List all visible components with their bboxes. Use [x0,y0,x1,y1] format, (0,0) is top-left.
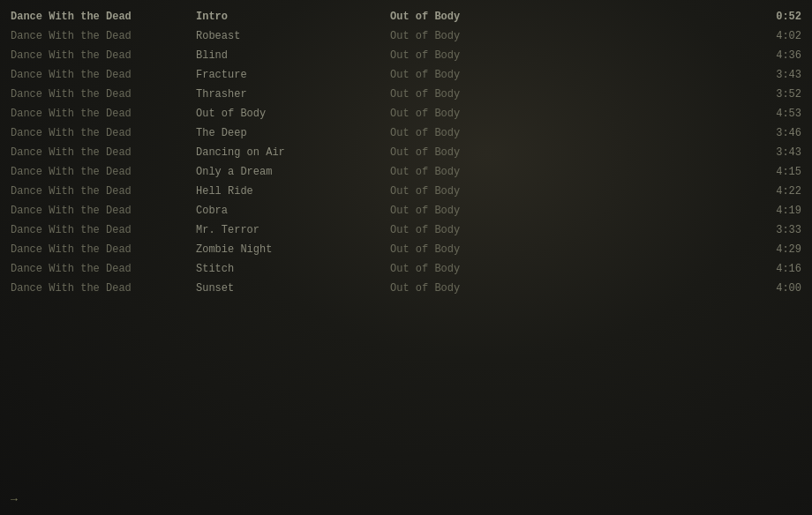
track-duration: 4:15 [748,166,801,178]
track-row[interactable]: Dance With the DeadThe DeepOut of Body3:… [0,123,812,143]
track-artist: Dance With the Dead [11,49,196,62]
track-album: Out of Body [390,205,748,217]
track-duration: 3:33 [748,224,801,236]
track-artist: Dance With the Dead [11,88,196,101]
track-artist: Dance With the Dead [11,263,196,275]
track-row[interactable]: Dance With the DeadThrasherOut of Body3:… [0,85,812,104]
track-artist: Dance With the Dead [11,282,196,295]
track-title: Dancing on Air [196,146,390,159]
track-row[interactable]: Dance With the DeadStitchOut of Body4:16 [0,259,812,279]
track-duration: 4:16 [748,263,801,275]
track-duration: 4:29 [748,243,801,256]
track-row[interactable]: Dance With the DeadMr. TerrorOut of Body… [0,220,812,240]
track-artist: Dance With the Dead [11,243,196,256]
track-row[interactable]: Dance With the DeadCobraOut of Body4:19 [0,201,812,220]
track-row[interactable]: Dance With the DeadFractureOut of Body3:… [0,65,812,85]
track-duration: 4:02 [748,30,801,42]
track-title: Mr. Terror [196,224,390,236]
header-duration: 0:52 [748,11,801,23]
track-artist: Dance With the Dead [11,108,196,120]
header-artist: Dance With the Dead [11,11,196,23]
track-album: Out of Body [390,49,748,62]
track-title: Out of Body [196,108,390,120]
track-artist: Dance With the Dead [11,146,196,159]
track-album: Out of Body [390,282,748,295]
track-row[interactable]: Dance With the DeadOnly a DreamOut of Bo… [0,162,812,182]
header-title: Intro [196,11,390,23]
track-duration: 4:19 [748,205,801,217]
track-duration: 3:43 [748,69,801,81]
track-artist: Dance With the Dead [11,127,196,139]
track-title: Zombie Night [196,243,390,256]
track-duration: 4:22 [748,185,801,198]
track-title: Blind [196,49,390,62]
track-album: Out of Body [390,146,748,159]
track-title: Sunset [196,282,390,295]
track-album: Out of Body [390,69,748,81]
track-row[interactable]: Dance With the DeadBlindOut of Body4:36 [0,46,812,65]
track-title: Fracture [196,69,390,81]
track-artist: Dance With the Dead [11,185,196,198]
track-title: Cobra [196,205,390,217]
track-row[interactable]: Dance With the DeadHell RideOut of Body4… [0,182,812,201]
track-row[interactable]: Dance With the DeadRobeastOut of Body4:0… [0,26,812,46]
track-row[interactable]: Dance With the DeadSunsetOut of Body4:00 [0,279,812,298]
track-list: Dance With the Dead Intro Out of Body 0:… [0,0,812,305]
track-artist: Dance With the Dead [11,69,196,81]
track-title: Hell Ride [196,185,390,198]
track-row[interactable]: Dance With the DeadDancing on AirOut of … [0,143,812,162]
track-title: Thrasher [196,88,390,101]
track-album: Out of Body [390,185,748,198]
track-title: Stitch [196,263,390,275]
track-title: Only a Dream [196,166,390,178]
track-title: The Deep [196,127,390,139]
track-artist: Dance With the Dead [11,224,196,236]
track-duration: 3:46 [748,127,801,139]
track-artist: Dance With the Dead [11,166,196,178]
track-duration: 4:53 [748,108,801,120]
track-album: Out of Body [390,166,748,178]
track-album: Out of Body [390,224,748,236]
track-album: Out of Body [390,263,748,275]
track-duration: 4:36 [748,49,801,62]
track-album: Out of Body [390,243,748,256]
track-duration: 4:00 [748,282,801,295]
track-row[interactable]: Dance With the DeadOut of BodyOut of Bod… [0,104,812,123]
track-artist: Dance With the Dead [11,30,196,42]
track-album: Out of Body [390,30,748,42]
track-title: Robeast [196,30,390,42]
track-album: Out of Body [390,108,748,120]
header-album: Out of Body [390,11,748,23]
track-duration: 3:52 [748,88,801,101]
track-row[interactable]: Dance With the DeadZombie NightOut of Bo… [0,240,812,259]
track-artist: Dance With the Dead [11,205,196,217]
arrow-indicator: → [11,493,18,506]
track-album: Out of Body [390,127,748,139]
track-duration: 3:43 [748,146,801,159]
track-list-header: Dance With the Dead Intro Out of Body 0:… [0,7,812,26]
track-album: Out of Body [390,88,748,101]
